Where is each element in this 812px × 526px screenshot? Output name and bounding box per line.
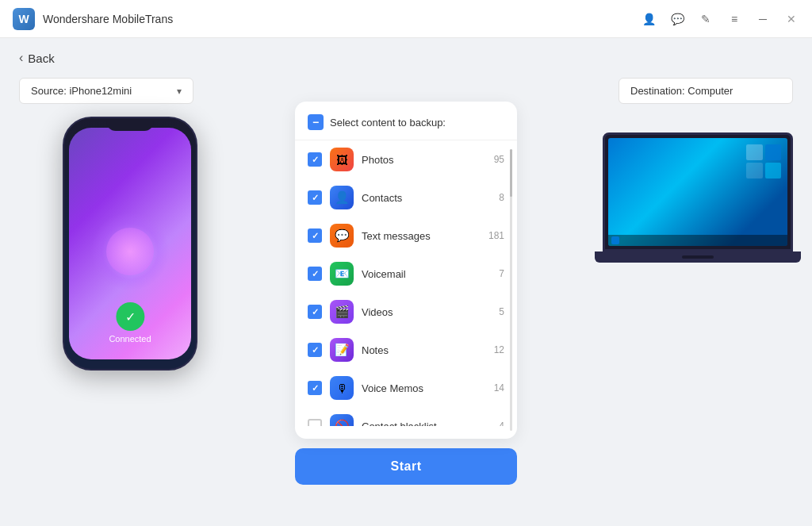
notes-icon: 📝 — [330, 338, 354, 362]
chat-icon[interactable]: 💬 — [669, 11, 685, 27]
notes-label: Notes — [362, 344, 486, 356]
photos-label: Photos — [362, 154, 486, 166]
source-panel: Source: iPhone12mini ▾ ✓ Connected — [19, 78, 241, 371]
window-controls: 👤 💬 ✎ ≡ ─ ✕ — [641, 11, 799, 27]
checklist-item-videos[interactable]: ✓ 🎬 Videos 5 — [295, 293, 517, 331]
sms-label: Text messages — [362, 230, 481, 242]
menu-icon[interactable]: ≡ — [726, 11, 742, 27]
blacklist-label: Contact blacklist — [362, 420, 491, 427]
checkbox-sms[interactable]: ✓ — [308, 228, 322, 243]
voicememos-count: 14 — [494, 382, 504, 394]
contacts-count: 8 — [499, 192, 504, 203]
app-icon: W — [13, 8, 35, 30]
checkbox-photos[interactable]: ✓ — [308, 152, 322, 167]
phone-wallpaper-circle — [90, 212, 170, 291]
connected-label: Connected — [109, 334, 151, 344]
back-button[interactable]: ‹ Back — [19, 51, 793, 65]
center-panel: − Select content to backup: ✓ 🖼 Photos 9… — [295, 102, 517, 485]
chevron-down-icon: ▾ — [177, 86, 182, 97]
checkbox-voicememos[interactable]: ✓ — [308, 381, 322, 395]
notes-count: 12 — [494, 344, 504, 355]
connected-checkmark-icon: ✓ — [116, 302, 144, 331]
checklist-item-voicememos[interactable]: ✓ 🎙 Voice Memos 14 — [295, 369, 517, 407]
phone-screen: ✓ Connected — [69, 128, 191, 359]
user-icon[interactable]: 👤 — [641, 11, 657, 27]
close-button[interactable]: ✕ — [783, 11, 799, 27]
laptop-base — [595, 251, 801, 263]
checklist-item-voicemail[interactable]: ✓ 📧 Voicemail 7 — [295, 255, 517, 293]
voicemail-icon: 📧 — [330, 262, 354, 286]
sms-count: 181 — [488, 230, 504, 241]
blacklist-icon: 🚫 — [330, 414, 354, 426]
source-label: Source: iPhone12mini — [31, 85, 132, 97]
checkbox-blacklist[interactable] — [308, 419, 322, 426]
photos-count: 95 — [494, 154, 504, 165]
select-all-toggle[interactable]: − — [308, 114, 324, 130]
contacts-label: Contacts — [362, 192, 491, 204]
laptop-illustration — [603, 132, 793, 263]
three-col-layout: Source: iPhone12mini ▾ ✓ Connected — [19, 78, 793, 371]
edit-icon[interactable]: ✎ — [698, 11, 714, 27]
laptop-screen-outer — [603, 132, 793, 251]
checklist-item-contacts[interactable]: ✓ 👤 Contacts 8 — [295, 179, 517, 217]
laptop-screen-inner — [608, 138, 787, 246]
source-dropdown[interactable]: Source: iPhone12mini ▾ — [19, 78, 193, 104]
checklist-item-photos[interactable]: ✓ 🖼 Photos 95 — [295, 140, 517, 179]
scrollbar-track — [510, 149, 512, 431]
phone-notch — [106, 118, 154, 131]
back-label: Back — [28, 52, 54, 65]
checklist-item-sms[interactable]: ✓ 💬 Text messages 181 — [295, 217, 517, 255]
voicemail-label: Voicemail — [362, 268, 491, 280]
minimize-button[interactable]: ─ — [755, 11, 771, 27]
videos-count: 5 — [499, 306, 504, 317]
destination-label: Destination: Computer — [619, 78, 793, 104]
back-arrow-icon: ‹ — [19, 51, 23, 65]
destination-panel: Destination: Computer — [571, 78, 793, 263]
sms-icon: 💬 — [330, 224, 354, 248]
videos-label: Videos — [362, 306, 491, 318]
checkbox-contacts[interactable]: ✓ — [308, 190, 322, 205]
checklist-item-blacklist[interactable]: 🚫 Contact blacklist 4 — [295, 407, 517, 426]
scrollbar-thumb[interactable] — [510, 149, 512, 197]
checkbox-videos[interactable]: ✓ — [308, 305, 322, 319]
start-button[interactable]: Start — [295, 448, 517, 485]
phone-illustration: ✓ Connected — [51, 117, 209, 371]
contacts-icon: 👤 — [330, 186, 354, 209]
title-bar: W Wondershare MobileTrans 👤 💬 ✎ ≡ ─ ✕ — [0, 0, 812, 38]
select-content-label: Select content to backup: — [330, 117, 446, 129]
main-content: ‹ Back Source: iPhone12mini ▾ ✓ Connecte… — [0, 38, 812, 526]
photos-icon: 🖼 — [330, 148, 354, 171]
voicememos-icon: 🎙 — [330, 376, 354, 400]
checklist-card: − Select content to backup: ✓ 🖼 Photos 9… — [295, 102, 517, 439]
checklist-items: ✓ 🖼 Photos 95 ✓ 👤 Contacts 8 — [295, 140, 517, 426]
select-content-header: − Select content to backup: — [295, 114, 517, 140]
voicememos-label: Voice Memos — [362, 382, 486, 394]
checkbox-voicemail[interactable]: ✓ — [308, 267, 322, 281]
checkbox-notes[interactable]: ✓ — [308, 343, 322, 357]
title-bar-left: W Wondershare MobileTrans — [13, 8, 173, 30]
checklist-item-notes[interactable]: ✓ 📝 Notes 12 — [295, 331, 517, 369]
connected-badge: ✓ Connected — [109, 302, 151, 344]
phone-body: ✓ Connected — [63, 117, 197, 371]
app-title: Wondershare MobileTrans — [43, 13, 173, 25]
videos-icon: 🎬 — [330, 300, 354, 324]
voicemail-count: 7 — [499, 268, 504, 279]
blacklist-count: 4 — [499, 420, 504, 426]
